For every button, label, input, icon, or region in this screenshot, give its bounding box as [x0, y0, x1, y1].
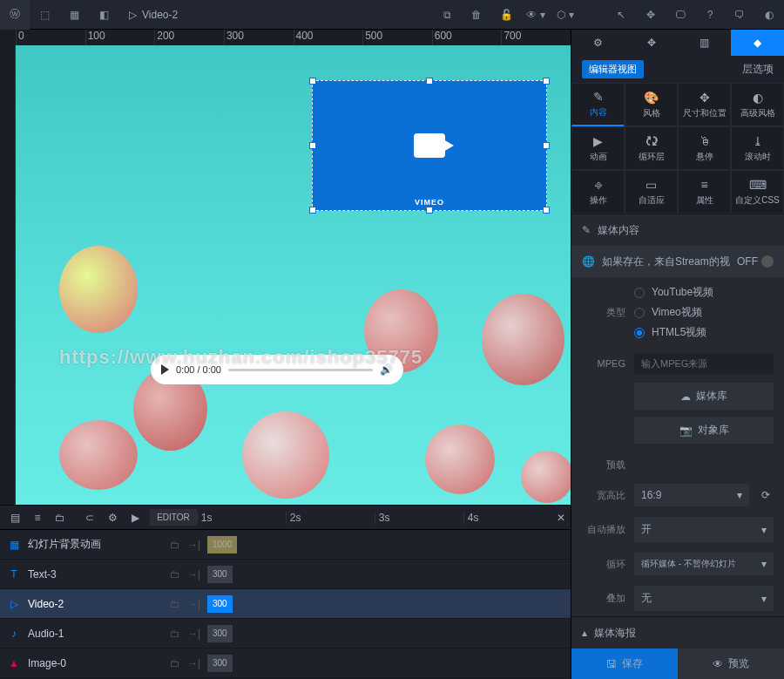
grid-cell-自适应[interactable]: ▭自适应 [625, 170, 678, 214]
toggle-switch[interactable] [761, 255, 774, 268]
pointer-icon[interactable]: ↖ [606, 0, 636, 30]
timeline-row[interactable]: ▷Video-2🗀→|300 [0, 589, 571, 619]
grid-cell-滚动时[interactable]: ⤓滚动时 [731, 126, 784, 170]
timeline-bar[interactable]: 300 [207, 625, 233, 642]
mpeg-input[interactable] [634, 353, 774, 374]
collapse-icon[interactable]: →| [187, 628, 200, 640]
folder-icon[interactable]: 🗀 [170, 657, 180, 669]
refresh-icon[interactable]: ⟳ [758, 489, 774, 501]
object-library-button[interactable]: 📷对象库 [634, 417, 774, 444]
radio-icon [634, 308, 645, 318]
back-icon[interactable]: ⬚ [30, 0, 59, 30]
overlay-select[interactable]: 无▾ [634, 586, 774, 611]
collapse-icon[interactable]: →| [187, 539, 200, 551]
audio-player[interactable]: 0:00 / 0:00 🔊 [151, 355, 403, 384]
radio-option[interactable]: HTML5视频 [634, 323, 774, 343]
grid-cell-动画[interactable]: ▶动画 [571, 126, 625, 170]
folder-icon[interactable]: 🗀 [170, 598, 180, 610]
tab-move[interactable]: ✥ [625, 30, 678, 56]
radio-option[interactable]: Vimeo视频 [634, 302, 774, 323]
octagon-icon[interactable]: ⬡ ▾ [551, 0, 580, 30]
folder-icon[interactable]: 🗀 [51, 508, 70, 527]
collapse-icon[interactable]: →| [187, 568, 200, 581]
pencil-icon: ✎ [582, 224, 591, 236]
grid-cell-属性[interactable]: ≡属性 [678, 170, 731, 214]
grid-cell-自定义CSS[interactable]: ⌨自定义CSS [731, 170, 784, 214]
canvas[interactable]: https://www.huzhan.com/ishop35775 VIMEO … [16, 45, 571, 505]
save-button[interactable]: 🖫保存 [571, 648, 678, 679]
help-icon[interactable]: ? [695, 0, 725, 30]
play-icon[interactable] [161, 364, 169, 375]
timeline-bar[interactable]: 1000 [207, 536, 237, 553]
autoplay-select[interactable]: 开▾ [634, 517, 774, 542]
media-poster-section[interactable]: ▴媒体海报 [571, 617, 784, 648]
display-icon[interactable]: 🖵 [666, 0, 695, 30]
timeline-row[interactable]: TText-3🗀→|300 [0, 560, 571, 589]
wordpress-icon[interactable]: ⓦ [0, 0, 30, 30]
play-icon[interactable]: ▶ [125, 508, 145, 527]
list-icon[interactable]: ≡ [28, 508, 47, 527]
loop-select[interactable]: 循环媒体 - 不暂停幻灯片▾ [634, 553, 774, 575]
move-icon[interactable]: ✥ [636, 0, 666, 30]
timeline-bar[interactable]: 300 [207, 595, 233, 613]
radio-icon [634, 288, 645, 298]
layer-type-icon: ▦ [7, 539, 21, 551]
magnet-icon[interactable]: ⊂ [80, 508, 99, 527]
tab-columns[interactable]: ▥ [678, 30, 731, 56]
selected-video-layer[interactable]: VIMEO [312, 80, 547, 211]
folder-icon[interactable]: 🗀 [170, 568, 180, 581]
panel-icon[interactable]: ◧ [89, 0, 118, 30]
video-tab[interactable]: ▷ Video-2 [118, 9, 188, 21]
close-timeline[interactable]: ✕ [552, 512, 571, 524]
visibility-icon[interactable]: 👁 ▾ [521, 0, 551, 30]
timeline-bar[interactable]: 300 [207, 655, 233, 672]
right-panel: ⚙ ✥ ▥ ◆ 编辑器视图 层选项 ✎内容🎨风格✥尺寸和位置◐高级风格▶动画🗘循… [571, 30, 784, 679]
copy-icon[interactable]: ⧉ [432, 0, 462, 30]
grid-cell-风格[interactable]: 🎨风格 [625, 83, 678, 126]
delete-icon[interactable]: 🗑 [462, 0, 491, 30]
timeline-row[interactable]: ▦幻灯片背景动画🗀→|1000 [0, 530, 571, 560]
grid-cell-操作[interactable]: ⎆操作 [571, 170, 625, 214]
layer-type-icon: T [7, 568, 21, 581]
editor-view-badge[interactable]: 编辑器视图 [582, 60, 644, 78]
balloon-image [59, 246, 138, 333]
preview-button[interactable]: 👁预览 [678, 648, 784, 679]
folder-icon[interactable]: 🗀 [170, 539, 180, 551]
ruler-vertical [0, 45, 16, 505]
timeline-row[interactable]: ▲Image-0🗀→|300 [0, 648, 571, 678]
balloon-image [521, 451, 571, 503]
grid-cell-循环层[interactable]: 🗘循环层 [625, 126, 678, 170]
grid-cell-悬停[interactable]: 🖰悬停 [678, 126, 731, 170]
contrast-icon[interactable]: ◐ [754, 0, 784, 30]
radio-option[interactable]: YouTube视频 [634, 282, 774, 302]
balloon-image [482, 294, 564, 385]
timeline-row[interactable]: ♪Audio-1🗀→|300 [0, 619, 571, 648]
layer-name: Text-3 [28, 568, 163, 581]
stream-toggle-row[interactable]: 🌐 如果存在，来自Stream的视 OFF [571, 246, 784, 277]
layer-options-link[interactable]: 层选项 [742, 62, 774, 77]
grid-cell-内容[interactable]: ✎内容 [571, 83, 625, 126]
collapse-icon[interactable]: →| [187, 657, 200, 669]
collapse-icon[interactable]: →| [187, 598, 200, 610]
balloon-image [425, 424, 495, 494]
grid-cell-高级风格[interactable]: ◐高级风格 [731, 83, 784, 126]
layer-type-icon: ▷ [7, 598, 21, 610]
volume-icon[interactable]: 🔊 [380, 363, 393, 376]
gear-icon[interactable]: ⚙ [103, 508, 122, 527]
aspect-select[interactable]: 16:9▾ [634, 484, 749, 506]
layer-name: Image-0 [28, 657, 163, 669]
tab-settings[interactable]: ⚙ [571, 30, 625, 56]
layers-icon[interactable]: ▤ [5, 508, 24, 527]
lock-icon[interactable]: 🔓 [491, 0, 521, 30]
chat-icon[interactable]: 🗨 [725, 0, 754, 30]
media-library-button[interactable]: ☁媒体库 [634, 383, 774, 410]
player-seek[interactable] [228, 369, 373, 371]
grid-icon[interactable]: ▦ [59, 0, 89, 30]
timeline-bar[interactable]: 300 [207, 566, 233, 583]
media-content-section[interactable]: ✎媒体内容 [571, 214, 784, 246]
tab-layers[interactable]: ◆ [731, 30, 784, 56]
timeline: ▤ ≡ 🗀 ⊂ ⚙ ▶ EDITOR 1s2s3s4s ✕ ▦幻灯片背景动画🗀→… [0, 505, 571, 679]
editor-label: EDITOR [150, 509, 197, 526]
grid-cell-尺寸和位置[interactable]: ✥尺寸和位置 [678, 83, 731, 126]
folder-icon[interactable]: 🗀 [170, 628, 180, 640]
